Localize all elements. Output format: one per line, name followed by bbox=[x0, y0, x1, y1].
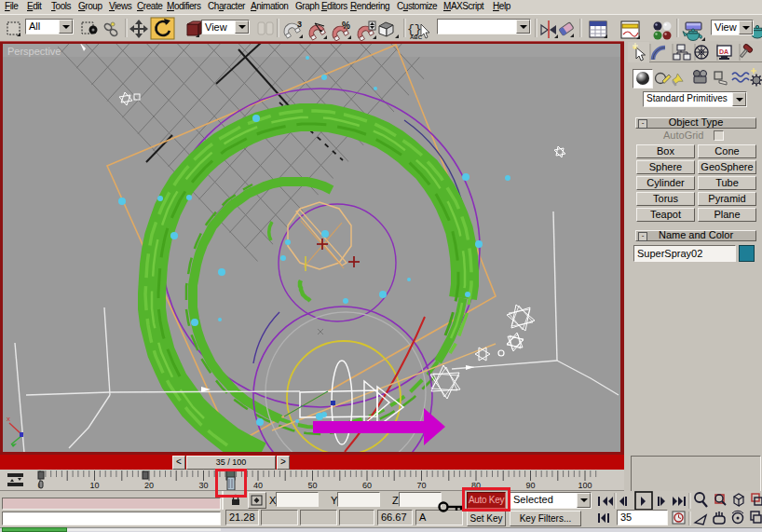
svg-text:30: 30 bbox=[198, 481, 208, 490]
svg-text:DA: DA bbox=[719, 48, 728, 55]
svg-text:90: 90 bbox=[525, 481, 535, 490]
svg-text:70: 70 bbox=[416, 481, 426, 490]
svg-text:10: 10 bbox=[89, 481, 99, 490]
svg-text:50: 50 bbox=[307, 481, 317, 490]
svg-text:20: 20 bbox=[144, 481, 154, 490]
svg-text:60: 60 bbox=[362, 481, 372, 490]
svg-text:40: 40 bbox=[253, 481, 263, 490]
svg-text:%: % bbox=[342, 20, 350, 31]
svg-text:100: 100 bbox=[578, 481, 592, 490]
svg-text:3: 3 bbox=[297, 20, 302, 29]
svg-text:Perspective: Perspective bbox=[7, 46, 61, 57]
svg-text:x: x bbox=[7, 415, 10, 423]
